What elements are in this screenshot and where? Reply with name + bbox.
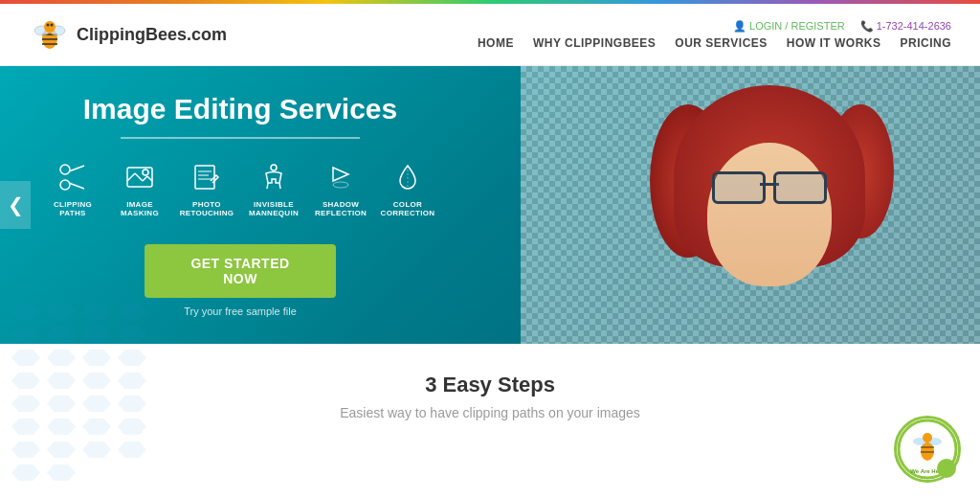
clipping-paths-label: CLIPPINGPATHS [54, 200, 92, 217]
service-icons-row: CLIPPINGPATHS IMAGEMASKING [48, 160, 433, 217]
svg-rect-19 [195, 166, 214, 189]
svg-line-24 [267, 183, 268, 189]
prev-slide-button[interactable]: ❮ [0, 181, 31, 229]
header: ClippingBees.com 👤 LOGIN / REGISTER 📞 1-… [0, 4, 980, 66]
shadow-reflection-icon [323, 160, 358, 194]
phone-link[interactable]: 📞 1-732-414-2636 [860, 20, 951, 33]
svg-point-9 [60, 165, 70, 174]
hero-divider [121, 137, 360, 139]
svg-line-25 [279, 183, 280, 189]
phone-number: 1-732-414-2636 [877, 20, 951, 32]
login-link[interactable]: 👤 LOGIN / REGISTER [733, 20, 845, 33]
service-color-correction[interactable]: COLORCORRECTION [383, 160, 433, 217]
shadow-reflection-label: SHADOWREFLECTION [315, 200, 367, 217]
bottom-section: 3 Easy Steps Easiest way to have clippin… [0, 344, 980, 492]
logo-text: ClippingBees.com [77, 25, 227, 45]
svg-point-7 [47, 24, 50, 27]
hero-title: Image Editing Services [48, 93, 433, 125]
main-nav: HOME WHY CLIPPINGBEES OUR SERVICES HOW I… [478, 36, 951, 50]
glasses-bridge [760, 183, 779, 186]
nav-home[interactable]: HOME [478, 36, 514, 50]
badge-green-dot [937, 459, 956, 478]
service-shadow-reflection[interactable]: SHADOWREFLECTION [316, 160, 366, 217]
logo[interactable]: ClippingBees.com [29, 13, 227, 56]
color-correction-label: COLORCORRECTION [381, 200, 435, 217]
user-icon: 👤 [733, 20, 746, 33]
svg-line-15 [135, 173, 143, 181]
sample-file-link[interactable]: Try your free sample file [48, 306, 433, 317]
image-masking-label: IMAGEMASKING [121, 200, 159, 217]
service-invisible-mannequin[interactable]: INVISIBLEMANNEQUIN [249, 160, 299, 217]
svg-point-26 [333, 182, 348, 188]
face [707, 143, 832, 286]
image-masking-icon [122, 160, 157, 194]
phone-icon: 📞 [860, 20, 874, 33]
bee-logo-icon [29, 13, 71, 56]
login-label[interactable]: LOGIN / REGISTER [749, 20, 845, 32]
svg-line-14 [127, 173, 135, 181]
invisible-mannequin-icon [256, 160, 291, 194]
svg-line-16 [143, 176, 147, 181]
clipping-paths-icon [56, 160, 90, 194]
top-links: 👤 LOGIN / REGISTER 📞 1-732-414-2636 [733, 20, 951, 33]
svg-point-18 [143, 170, 148, 175]
nav-why[interactable]: WHY CLIPPINGBEES [533, 36, 656, 50]
nav-pricing[interactable]: PRICING [900, 36, 951, 50]
svg-line-11 [69, 166, 84, 171]
svg-point-23 [271, 165, 277, 170]
invisible-mannequin-label: INVISIBLEMANNEQUIN [249, 200, 299, 217]
nav-services[interactable]: OUR SERVICES [675, 36, 767, 50]
hero-content: Image Editing Services CLIPPINGPATHS [0, 66, 480, 344]
hero-banner: ❮ Image Editing Services CLIPPINGPATHS [0, 66, 980, 344]
hero-woman-image [588, 66, 923, 344]
photo-retouching-icon [189, 160, 224, 194]
service-photo-retouching[interactable]: PHOTORETOUCHING [182, 160, 232, 217]
svg-point-34 [923, 433, 932, 442]
svg-line-12 [69, 183, 84, 189]
color-correction-icon [390, 160, 425, 194]
svg-point-6 [44, 21, 56, 33]
svg-point-10 [60, 180, 70, 190]
glasses [712, 171, 827, 205]
photo-retouching-label: PHOTORETOUCHING [180, 200, 234, 217]
service-clipping-paths[interactable]: CLIPPINGPATHS [48, 160, 98, 217]
svg-point-8 [51, 24, 54, 27]
service-image-masking[interactable]: IMAGEMASKING [115, 160, 165, 217]
header-right: 👤 LOGIN / REGISTER 📞 1-732-414-2636 HOME… [478, 20, 951, 50]
nav-how[interactable]: HOW IT WORKS [787, 36, 881, 50]
get-started-button[interactable]: GET STARTED NOW [145, 244, 336, 298]
